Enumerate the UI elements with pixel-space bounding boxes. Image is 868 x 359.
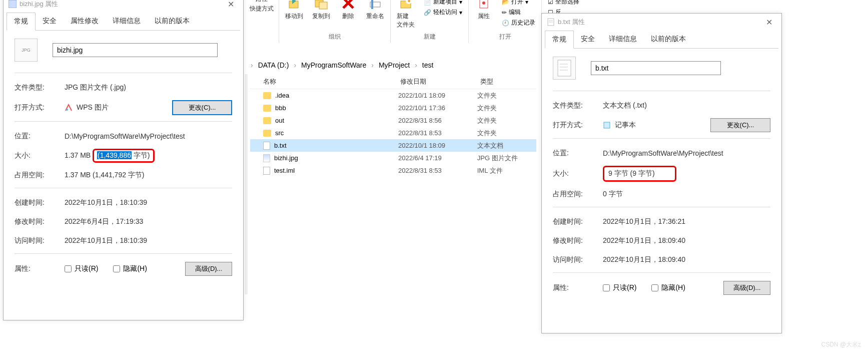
change-button[interactable]: 更改(C)... — [710, 118, 770, 132]
tabs: 常规 安全 详细信息 以前的版本 — [545, 31, 778, 49]
svg-point-11 — [66, 109, 68, 111]
file-name: bizhi.jpg — [274, 154, 298, 162]
created-value: 2022年10月1日，17:36:21 — [603, 217, 770, 226]
jpg-icon — [9, 0, 17, 8]
tab-general[interactable]: 常规 — [7, 13, 36, 31]
tab-prev[interactable]: 以前的版本 — [644, 31, 693, 48]
open-item[interactable]: 📂 打开 ▾ — [501, 0, 536, 7]
properties-button[interactable]: 属性 — [474, 0, 494, 21]
new-item[interactable]: 📄 新建项目 ▾ — [423, 0, 463, 7]
folder-icon — [263, 92, 271, 99]
easy-access[interactable]: 🔗 轻松访问 ▾ — [423, 8, 463, 17]
edit-item[interactable]: ✏ 编辑 — [501, 8, 536, 17]
file-type: 文本文档 — [477, 141, 536, 150]
disk-size-value: 0 字节 — [603, 190, 770, 199]
tab-security[interactable]: 安全 — [36, 13, 64, 30]
bc-p2[interactable]: MyProject — [379, 61, 410, 69]
file-date: 2022/8/31 8:56 — [398, 117, 477, 124]
hidden-checkbox[interactable]: 隐藏(H) — [113, 264, 147, 273]
readonly-checkbox[interactable]: 只读(R) — [65, 264, 98, 273]
clipboard[interactable]: 路径快捷方式 — [250, 0, 274, 13]
file-list-header[interactable]: 名称 修改日期 类型 — [250, 74, 536, 89]
open-with-app: 记事本 — [615, 121, 636, 130]
tab-details[interactable]: 详细信息 — [106, 13, 148, 30]
file-date: 2022/10/1 17:36 — [398, 104, 477, 112]
file-name: out — [275, 117, 284, 124]
svg-rect-19 — [604, 122, 610, 128]
advanced-button[interactable]: 高级(D)... — [185, 262, 232, 276]
col-type[interactable]: 类型 — [480, 77, 530, 86]
dialog-title-text: b.txt 属性 — [558, 18, 585, 27]
select-all[interactable]: ☑ 全部选择 — [547, 0, 580, 7]
hidden-checkbox[interactable]: 隐藏(H) — [651, 283, 685, 292]
col-name[interactable]: 名称 — [250, 77, 400, 86]
bc-disk[interactable]: DATA (D:) — [258, 61, 289, 69]
file-icon — [263, 142, 270, 150]
file-type: IML 文件 — [477, 166, 536, 175]
file-date: 2022/8/31 8:53 — [398, 129, 477, 137]
bc-p3[interactable]: test — [422, 61, 434, 69]
explorer-left-scroll[interactable] — [245, 74, 248, 294]
tab-general[interactable]: 常规 — [545, 31, 574, 49]
file-row[interactable]: out2022/8/31 8:56文件夹 — [250, 114, 536, 127]
history-item[interactable]: 🕘 历史记录 — [501, 18, 536, 28]
location-value: D:\MyProgramSoftWare\MyProject\test — [65, 132, 232, 140]
svg-rect-4 — [371, 0, 373, 9]
filename-input[interactable] — [53, 43, 218, 57]
dialog-titlebar[interactable]: bizhi.jpg 属性 ✕ — [4, 0, 243, 13]
move-to-button[interactable]: 移动到 — [284, 0, 304, 21]
change-button[interactable]: 更改(C)... — [172, 100, 232, 115]
tab-prev[interactable]: 以前的版本 — [148, 13, 197, 30]
file-list: 名称 修改日期 类型 .idea2022/10/1 18:09文件夹bbb202… — [250, 74, 536, 177]
file-row[interactable]: src2022/8/31 8:53文件夹 — [250, 127, 536, 139]
file-date: 2022/10/1 18:09 — [398, 142, 477, 149]
svg-point-9 — [482, 2, 485, 5]
file-row[interactable]: b.txt2022/10/1 18:09文本文档 — [250, 139, 536, 152]
disk-size-value: 1.37 MB (1,441,792 字节) — [65, 171, 232, 180]
col-date[interactable]: 修改日期 — [400, 77, 480, 86]
file-row[interactable]: bbb2022/10/1 17:36文件夹 — [250, 102, 536, 114]
tabs: 常规 安全 属性修改 详细信息 以前的版本 — [7, 13, 240, 31]
file-thumb-icon — [553, 57, 576, 80]
modified-value: 2022年6月4日，17:19:33 — [65, 217, 232, 226]
file-type: JPG 图片文件 (.jpg) — [65, 83, 232, 92]
file-row[interactable]: test.iml2022/8/31 8:53IML 文件 — [250, 164, 536, 177]
tab-attrmod[interactable]: 属性修改 — [64, 13, 106, 30]
file-date: 2022/8/31 8:53 — [398, 167, 477, 174]
created-value: 2022年10月1日，18:10:39 — [65, 198, 232, 207]
tab-security[interactable]: 安全 — [574, 31, 602, 48]
breadcrumb[interactable]: › DATA (D:) › MyProgramSoftWare › MyProj… — [245, 57, 439, 73]
rename-button[interactable]: 重命名 — [365, 0, 385, 21]
image-icon — [263, 154, 270, 162]
close-icon[interactable]: ✕ — [224, 0, 238, 9]
close-icon[interactable]: ✕ — [762, 18, 776, 27]
file-row[interactable]: bizhi.jpg2022/6/4 17:19JPG 图片文件 — [250, 152, 536, 164]
file-name: b.txt — [274, 142, 287, 149]
accessed-value: 2022年10月1日，18:09:40 — [603, 255, 770, 264]
readonly-checkbox[interactable]: 只读(R) — [603, 283, 636, 292]
filename-input[interactable] — [591, 61, 721, 75]
file-type: 文件夹 — [477, 91, 536, 100]
folder-icon — [263, 105, 271, 112]
dialog-titlebar[interactable]: b.txt 属性 ✕ — [542, 14, 781, 31]
file-type: 文件夹 — [477, 129, 536, 138]
file-row[interactable]: .idea2022/10/1 18:09文件夹 — [250, 89, 536, 102]
file-name: bbb — [275, 104, 286, 112]
copy-to-button[interactable]: 复制到 — [311, 0, 331, 21]
bc-p1[interactable]: MyProgramSoftWare — [301, 61, 366, 69]
properties-dialog-btxt: b.txt 属性 ✕ 常规 安全 详细信息 以前的版本 文件类型:文本文档 (.… — [541, 13, 782, 333]
svg-rect-2 — [319, 2, 327, 9]
watermark: CSDN @大米z — [821, 340, 861, 349]
txt-icon — [547, 18, 555, 26]
file-type: JPG 图片文件 — [477, 154, 536, 163]
file-type: 文本文档 (.txt) — [603, 101, 770, 110]
file-thumb-icon: JPG — [15, 39, 38, 62]
tab-details[interactable]: 详细信息 — [602, 31, 644, 48]
dialog-title-text: bizhi.jpg 属性 — [20, 0, 58, 9]
notepad-icon — [603, 121, 611, 129]
new-folder-button[interactable]: ✦新建 文件夹 — [396, 0, 416, 29]
delete-button[interactable]: 删除 — [338, 0, 358, 21]
modified-value: 2022年10月1日，18:09:40 — [603, 236, 770, 245]
advanced-button[interactable]: 高级(D)... — [723, 281, 770, 295]
location-value: D:\MyProgramSoftWare\MyProject\test — [603, 149, 770, 157]
